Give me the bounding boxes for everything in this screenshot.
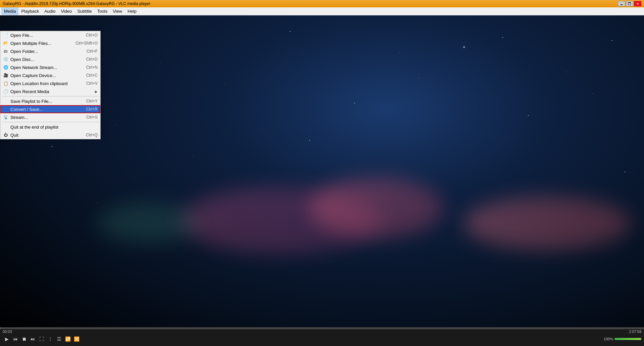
open-location-shortcut: Ctrl+V [86,81,98,86]
star [309,140,310,141]
menu-convert-save[interactable]: Convert / Save... Ctrl+R [0,105,100,113]
volume-bar[interactable] [614,338,641,340]
volume-fill [614,338,641,340]
save-playlist-label: Save Playlist to File... [10,99,52,104]
menu-video[interactable]: Video [58,7,74,15]
open-network-label: Open Network Stream... [10,65,57,70]
open-file-shortcut: Ctrl+O [86,33,98,38]
quit-shortcut: Ctrl+Q [86,133,98,137]
stream-label: Stream... [10,115,28,120]
open-location-icon: 📋 [3,81,8,86]
star [97,203,97,203]
open-recent-icon: 🕐 [3,89,8,94]
volume-label: 100% [604,337,613,341]
separator-1 [2,96,99,96]
open-multiple-icon: 📂 [3,41,8,46]
maximize-button[interactable]: 🗖 [626,1,633,6]
loop-button[interactable]: 🔁 [64,335,72,343]
menu-open-disc[interactable]: 💿 Open Disc... Ctrl+D [0,55,100,63]
nebula-cloud-2 [309,178,443,238]
nebula-teal [97,203,197,243]
open-network-shortcut: Ctrl+N [86,65,98,70]
star [290,31,290,32]
video-area: 📄 Open File... Ctrl+O 📂 Open Multiple Fi… [0,15,644,327]
menu-open-capture[interactable]: 🎥 Open Capture Device... Ctrl+C [0,71,100,79]
star [399,53,399,53]
progress-bar[interactable] [0,327,644,329]
open-location-label: Open Location from clipboard [10,81,68,86]
buttons-row: ▶ ⏮ ⏹ ⏭ ⛶ ⋮ ☰ 🔁 🔀 100% [0,334,644,344]
titlebar-controls: 🗕 🗖 ✕ [618,1,641,6]
open-folder-shortcut: Ctrl+F [87,49,98,54]
random-button[interactable]: 🔀 [72,335,80,343]
stop-button[interactable]: ⏹ [20,335,28,343]
star [161,62,161,63]
open-disc-label: Open Disc... [10,57,35,62]
open-capture-icon: 🎥 [3,73,8,78]
bright-star [464,47,465,48]
star [528,115,529,116]
media-dropdown-menu: 📄 Open File... Ctrl+O 📂 Open Multiple Fi… [0,31,101,139]
menu-quit[interactable]: ⏻ Quit Ctrl+Q [0,131,100,139]
menu-open-file[interactable]: 📄 Open File... Ctrl+O [0,31,100,39]
convert-save-shortcut: Ctrl+R [86,107,98,112]
quit-label: Quit [10,133,18,138]
open-folder-icon: 🗁 [3,49,8,54]
quit-end-icon [3,124,8,130]
menu-media[interactable]: Media [1,7,18,15]
menu-view[interactable]: View [110,7,125,15]
menu-quit-end[interactable]: Quit at the end of playlist [0,123,100,131]
play-button[interactable]: ▶ [3,335,11,343]
menu-help[interactable]: Help [125,7,139,15]
save-playlist-icon [3,98,8,104]
stream-icon: 📡 [3,115,8,120]
prev-button[interactable]: ⏮ [11,335,19,343]
menu-open-network[interactable]: 🌐 Open Network Stream... Ctrl+N [0,63,100,71]
open-recent-label: Open Recent Media [10,89,49,94]
star [193,156,194,156]
menu-open-multiple[interactable]: 📂 Open Multiple Files... Ctrl+Shift+O [0,39,100,47]
star [567,72,567,72]
menu-open-location[interactable]: 📋 Open Location from clipboard Ctrl+V [0,79,100,87]
extended-button[interactable]: ⋮ [46,335,54,343]
menu-open-folder[interactable]: 🗁 Open Folder... Ctrl+F [0,47,100,55]
menu-playback[interactable]: Playback [18,7,42,15]
open-capture-shortcut: Ctrl+C [86,73,98,78]
quit-end-label: Quit at the end of playlist [10,125,58,130]
volume-area: 100% [604,337,641,341]
star [225,84,226,84]
fullscreen-button[interactable]: ⛶ [38,335,46,343]
open-file-icon: 📄 [3,32,8,38]
star [419,78,419,78]
progress-fill [0,327,0,329]
nebula-cloud-3 [464,196,631,250]
open-multiple-label: Open Multiple Files... [10,41,51,46]
playlist-button[interactable]: ☰ [55,335,63,343]
star [116,125,116,125]
stream-shortcut: Ctrl+S [86,115,98,120]
close-button[interactable]: ✕ [634,1,641,6]
menu-audio[interactable]: Audio [42,7,58,15]
menu-subtitle[interactable]: Subtitle [74,7,94,15]
quit-icon: ⏻ [3,132,8,138]
save-playlist-shortcut: Ctrl+Y [86,99,98,103]
open-network-icon: 🌐 [3,65,8,70]
star [502,37,503,38]
minimize-button[interactable]: 🗕 [618,1,625,6]
open-disc-icon: 💿 [3,57,8,62]
star [52,146,52,147]
open-multiple-shortcut: Ctrl+Shift+O [75,41,98,46]
time-row: 00:03 2:07:58 [0,329,644,334]
menu-save-playlist[interactable]: Save Playlist to File... Ctrl+Y [0,97,100,105]
star [354,103,355,103]
titlebar-title: GalaxyRG - Aladdin.2019.720p.HDRip.900MB… [3,1,150,6]
menu-stream[interactable]: 📡 Stream... Ctrl+S [0,113,100,121]
time-total: 2:07:58 [629,330,641,334]
menu-open-recent[interactable]: 🕐 Open Recent Media ▶ [0,87,100,95]
convert-save-label: Convert / Save... [10,107,43,112]
menu-tools[interactable]: Tools [95,7,110,15]
open-capture-label: Open Capture Device... [10,73,56,78]
next-button[interactable]: ⏭ [29,335,37,343]
controls-bar: 00:03 2:07:58 ▶ ⏮ ⏹ ⏭ ⛶ ⋮ ☰ 🔁 🔀 100% [0,327,644,346]
submenu-arrow: ▶ [95,90,98,93]
